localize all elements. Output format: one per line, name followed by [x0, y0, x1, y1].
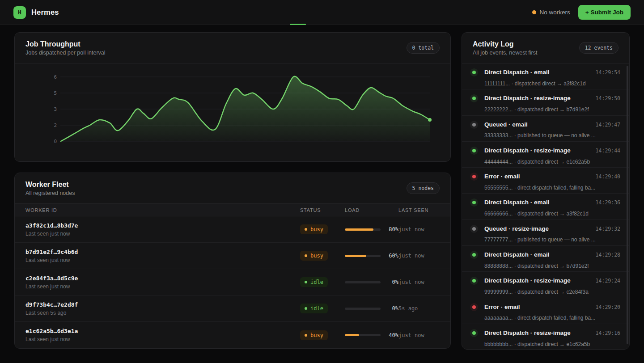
worker-last-seen: just now — [398, 253, 440, 259]
activity-log-card: Activity Log All job events, newest firs… — [462, 32, 630, 350]
left-column: Job Throughput Jobs dispatched per poll … — [14, 32, 451, 349]
event-detail: aaaaaaaa... · direct dispatch failed, fa… — [484, 315, 620, 321]
worker-status-cell: busy — [300, 251, 345, 261]
svg-text:2: 2 — [54, 122, 57, 128]
nav-right: No workers + Submit Job — [532, 5, 631, 20]
col-last-seen: Last Seen — [398, 207, 440, 213]
job-throughput-header: Job Throughput Jobs dispatched per poll … — [15, 33, 450, 63]
worker-load-cell: 60% — [345, 253, 398, 259]
worker-status-badge: idle — [300, 304, 328, 313]
status-dot-icon — [305, 334, 307, 337]
event-detail: 11111111... · dispatched direct → a3f82c… — [484, 80, 620, 87]
activity-event-row: Direct Dispatch · email 14:29:54 1111111… — [462, 63, 629, 89]
worker-status-text: idle — [310, 305, 323, 312]
activity-log-header: Activity Log All job events, newest firs… — [462, 33, 629, 63]
worker-last-seen-sub: Last seen just now — [25, 231, 300, 237]
activity-event-list[interactable]: Direct Dispatch · email 14:29:54 1111111… — [462, 63, 629, 349]
worker-id: b7d91e2f…9c4b6d — [25, 249, 300, 255]
worker-load-cell: 0% — [345, 305, 398, 312]
col-status: Status — [300, 207, 345, 213]
event-detail: bbbbbbbb... · dispatched direct → e1c62a… — [484, 341, 620, 347]
activity-log-title: Activity Log — [473, 40, 538, 48]
activity-event-row: Queued · resize-image 14:29:32 77777777.… — [462, 220, 629, 246]
event-status-icon — [470, 251, 478, 259]
load-percent: 0% — [392, 279, 398, 285]
event-detail: 88888888... · dispatched direct → b7d91e… — [484, 263, 620, 269]
event-timestamp: 14:29:44 — [591, 147, 620, 155]
event-status-icon — [470, 277, 478, 285]
event-status-icon — [470, 303, 478, 311]
event-timestamp: 14:29:32 — [591, 225, 620, 233]
worker-last-seen: 5s ago — [398, 305, 440, 312]
col-load: Load — [345, 207, 398, 213]
nav-tab-live-monitoring[interactable] — [290, 0, 306, 25]
nav-tab-workers[interactable] — [306, 0, 322, 25]
worker-status-badge: idle — [300, 277, 328, 287]
hermes-logo-icon: H — [13, 6, 26, 19]
nav-tab-queue[interactable] — [322, 0, 338, 25]
total-jobs-badge: 0 total — [407, 42, 440, 54]
event-status-icon — [470, 329, 478, 337]
event-title: Direct Dispatch · email — [484, 251, 591, 259]
throughput-chart-svg: 65320 — [15, 63, 450, 161]
event-detail: 77777777... · published to queue — no al… — [484, 236, 620, 243]
worker-id-cell: d9f73b4c…7e2d8f Last seen 5s ago — [25, 301, 300, 316]
event-dot-icon — [472, 279, 476, 283]
status-dot-icon — [305, 228, 307, 231]
status-dot-icon — [532, 10, 536, 14]
event-title: Direct Dispatch · email — [484, 198, 591, 207]
worker-id: a3f82c1d…8b3d7e — [25, 222, 300, 229]
worker-id-cell: e1c62a5b…6d3e1a Last seen just now — [25, 328, 300, 342]
worker-row: d9f73b4c…7e2d8f Last seen 5s ago idle 0%… — [15, 295, 450, 322]
event-timestamp: 14:29:16 — [591, 329, 620, 337]
scrollbar-thumb[interactable] — [627, 66, 628, 344]
event-dot-icon — [472, 305, 476, 309]
event-detail: 33333333... · published to queue — no al… — [484, 132, 620, 139]
event-status-icon — [470, 94, 478, 102]
load-bar-fill — [345, 334, 359, 336]
worker-last-seen-sub: Last seen just now — [25, 257, 300, 263]
svg-text:5: 5 — [54, 90, 57, 96]
worker-status-badge: busy — [300, 251, 328, 261]
worker-last-seen: just now — [398, 279, 440, 285]
right-column: Activity Log All job events, newest firs… — [462, 32, 630, 350]
job-throughput-card: Job Throughput Jobs dispatched per poll … — [14, 32, 451, 162]
worker-fleet-card: Worker Fleet All registered nodes 5 node… — [14, 173, 451, 349]
event-dot-icon — [472, 149, 476, 152]
event-status-icon — [470, 68, 478, 76]
event-timestamp: 14:29:40 — [591, 173, 620, 181]
event-title: Direct Dispatch · resize-image — [484, 277, 591, 285]
col-worker-id: Worker ID — [25, 207, 300, 213]
activity-event-row: Queued · email 14:29:47 33333333... · pu… — [462, 116, 629, 142]
worker-status-text: busy — [310, 253, 323, 259]
worker-id: d9f73b4c…7e2d8f — [25, 301, 300, 308]
load-percent: 40% — [389, 332, 398, 338]
event-timestamp: 14:29:36 — [591, 198, 620, 207]
worker-id: c2e84f3a…8d5c9e — [25, 275, 300, 282]
activity-event-row: Error · email 14:29:40 55555555... · dir… — [462, 168, 629, 194]
worker-id-cell: b7d91e2f…9c4b6d Last seen just now — [25, 249, 300, 263]
worker-status-text: busy — [310, 332, 323, 338]
worker-fleet-title: Worker Fleet — [25, 181, 75, 189]
activity-log-subtitle: All job events, newest first — [473, 50, 538, 56]
worker-last-seen-sub: Last seen 5s ago — [25, 310, 300, 316]
nav-tab-dead-letter[interactable] — [338, 0, 354, 25]
worker-status-indicator: No workers — [532, 9, 570, 16]
load-bar-track — [345, 281, 381, 283]
event-timestamp: 14:29:47 — [591, 121, 620, 129]
event-dot-icon — [472, 175, 476, 178]
event-detail: 55555555... · direct dispatch failed, fa… — [484, 185, 620, 191]
event-status-icon — [470, 225, 478, 233]
event-timestamp: 14:29:24 — [591, 277, 620, 285]
event-title: Error · email — [484, 303, 591, 311]
event-status-icon — [470, 198, 478, 207]
worker-fleet-subtitle: All registered nodes — [25, 190, 75, 196]
event-title: Error · email — [484, 173, 591, 181]
brand-name: Hermes — [31, 8, 59, 17]
submit-job-button[interactable]: + Submit Job — [578, 5, 631, 20]
throughput-chart: 65320 — [15, 63, 450, 161]
event-title: Direct Dispatch · resize-image — [484, 329, 591, 337]
worker-id: e1c62a5b…6d3e1a — [25, 328, 300, 334]
load-bar-track — [345, 228, 381, 231]
worker-status-label: No workers — [540, 9, 570, 16]
